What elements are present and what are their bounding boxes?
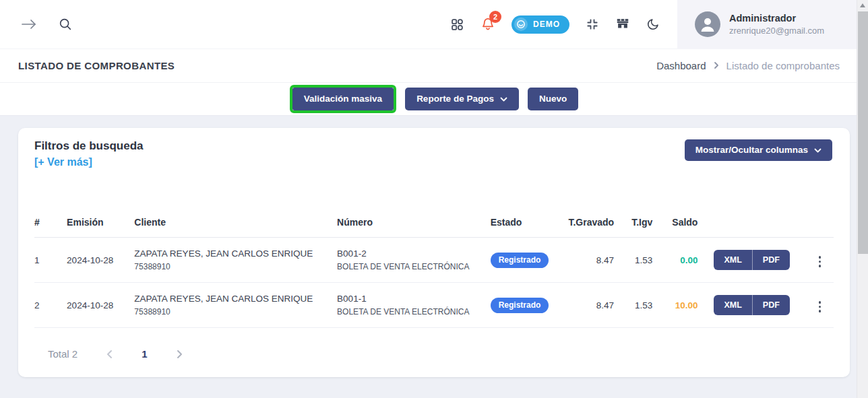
user-text: Administrador zrenrique20@gmail.com [729,11,824,37]
filters-block: Filtros de busqueda [+ Ver más] [34,139,144,168]
pagination-prev-icon[interactable] [106,350,113,359]
file-buttons: XML PDF [714,250,789,270]
voucher-type: BOLETA DE VENTA ELECTRÓNICA [337,262,491,271]
nav-icons: 2 DEMO [450,15,660,34]
status-badge: Registrado [491,253,549,268]
col-header-igv: T.Igv [614,199,652,238]
breadcrumb-dashboard[interactable]: Dashboard [656,60,706,71]
highlight-box: Validación masiva [290,85,396,113]
client-name: ZAPATA REYES, JEAN CARLOS ENRIQUE [134,248,337,259]
apps-grid-icon[interactable] [450,18,464,32]
pagination-total: Total 2 [48,348,78,360]
row-menu [806,238,834,283]
row-saldo: 10.00 [652,283,698,328]
breadcrumb-current: Listado de comprobantes [726,60,840,71]
sidebar-toggle-icon[interactable] [20,18,38,31]
row-client: ZAPATA REYES, JEAN CARLOS ENRIQUE 753889… [134,283,337,328]
demo-pill-button[interactable]: DEMO [512,15,569,34]
chevron-down-icon [814,145,822,156]
row-number: B001-2 BOLETA DE VENTA ELECTRÓNICA [337,238,491,283]
toggle-columns-label: Mostrar/Ocultar columnas [695,145,808,156]
row-gravado: 8.47 [567,238,614,283]
row-client: ZAPATA REYES, JEAN CARLOS ENRIQUE 753889… [134,238,337,283]
col-header-num: # [34,199,67,238]
voucher-number: B001-1 [337,294,491,304]
smiley-icon [514,18,528,31]
row-gravado: 8.47 [567,283,614,328]
demo-label: DEMO [533,20,560,29]
filters-title: Filtros de busqueda [34,139,144,153]
row-date: 2024-10-28 [67,283,134,328]
user-name: Administrador [729,11,824,25]
page-title: LISTADO DE COMPROBANTES [18,60,175,71]
row-status: Registrado [491,238,567,283]
voucher-number: B001-2 [337,248,491,259]
table-header-row: # Emisión Cliente Número Estado T.Gravad… [34,199,834,238]
topbar-left [0,0,73,48]
pagination-next-icon[interactable] [177,350,183,359]
page-scrollbar [857,0,868,398]
vouchers-card: Filtros de busqueda [+ Ver más] Mostrar/… [18,128,850,377]
col-header-menu [806,199,834,238]
col-header-saldo: Saldo [652,199,698,238]
col-header-actions [698,199,805,238]
row-saldo: 0.00 [652,238,698,283]
see-more-link[interactable]: [+ Ver más] [34,156,92,168]
chevron-down-icon [500,94,507,104]
notification-count-badge: 2 [489,11,501,23]
table-row: 2 2024-10-28 ZAPATA REYES, JEAN CARLOS E… [34,283,834,328]
row-igv: 1.53 [614,238,652,283]
vouchers-table-wrap: # Emisión Cliente Número Estado T.Gravad… [34,199,834,360]
col-header-estado: Estado [491,199,567,238]
row-menu-dots-icon[interactable] [815,298,826,315]
notifications-bell-icon[interactable]: 2 [480,17,495,32]
store-icon[interactable] [615,17,630,32]
mass-validation-button[interactable]: Validación masiva [292,88,394,110]
breadcrumb-chevron-icon [714,60,719,71]
toggle-columns-button[interactable]: Mostrar/Ocultar columnas [685,139,832,161]
table-row: 1 2024-10-28 ZAPATA REYES, JEAN CARLOS E… [34,238,834,283]
xml-button[interactable]: XML [714,295,751,315]
scrollbar-up-arrow[interactable] [857,0,868,11]
col-header-cliente: Cliente [134,199,337,238]
payments-report-button[interactable]: Reporte de Pagos [405,88,519,110]
col-header-gravado: T.Gravado [567,199,614,238]
window-compress-icon[interactable] [586,18,599,31]
new-button[interactable]: Nuevo [528,88,578,110]
card-header: Filtros de busqueda [+ Ver más] Mostrar/… [18,128,850,168]
payments-report-label: Reporte de Pagos [416,94,494,104]
user-menu[interactable]: Administrador zrenrique20@gmail.com [677,0,868,49]
pdf-button[interactable]: PDF [752,250,790,270]
row-date: 2024-10-28 [67,238,134,283]
user-email: zrenrique20@gmail.com [729,25,824,37]
xml-button[interactable]: XML [714,250,751,270]
pagination-page-1[interactable]: 1 [142,348,147,360]
pagination: Total 2 1 [34,328,834,360]
user-avatar-icon [695,11,720,37]
pdf-button[interactable]: PDF [752,295,790,315]
breadcrumb: Dashboard Listado de comprobantes [656,60,840,71]
scrollbar-thumb[interactable] [858,11,868,254]
row-menu [806,283,834,328]
row-actions: XML PDF [698,283,805,328]
client-doc: 75388910 [134,307,337,317]
row-menu-dots-icon[interactable] [815,253,826,270]
vouchers-table: # Emisión Cliente Número Estado T.Gravad… [34,199,834,328]
row-igv: 1.53 [614,283,652,328]
row-num: 2 [34,283,67,328]
row-status: Registrado [491,283,567,328]
row-actions: XML PDF [698,238,805,283]
topbar: 2 DEMO [0,0,868,49]
file-buttons: XML PDF [714,295,789,315]
status-badge: Registrado [491,298,549,313]
row-number: B001-1 BOLETA DE VENTA ELECTRÓNICA [337,283,491,328]
main-content: Filtros de busqueda [+ Ver más] Mostrar/… [0,128,868,398]
topbar-right: 2 DEMO [450,0,868,48]
search-icon[interactable] [58,17,73,32]
col-header-emision: Emisión [67,199,134,238]
action-buttons-bar: Validación masiva Reporte de Pagos Nuevo [0,83,868,116]
voucher-type: BOLETA DE VENTA ELECTRÓNICA [337,307,491,317]
row-num: 1 [34,238,67,283]
client-doc: 75388910 [134,262,337,271]
dark-mode-moon-icon[interactable] [646,18,660,31]
